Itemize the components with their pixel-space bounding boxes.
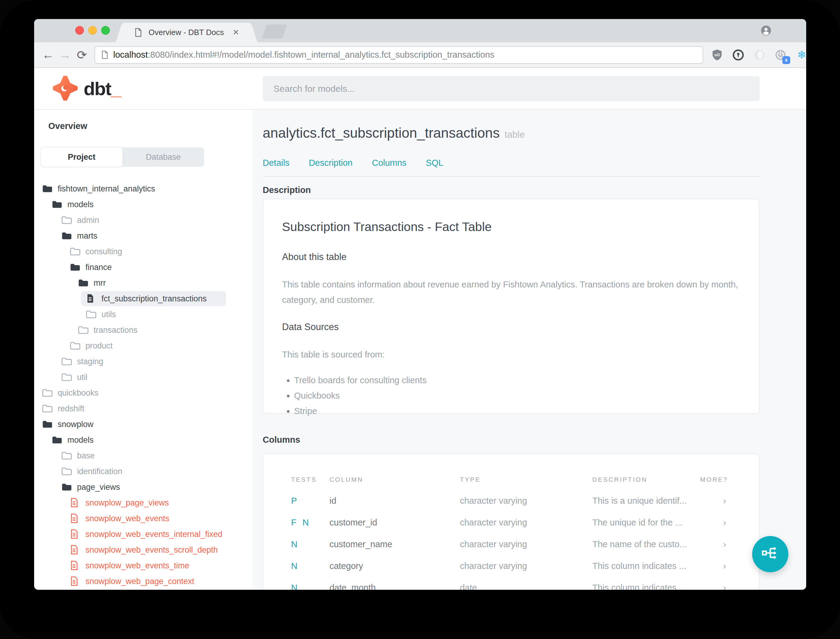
folder-open-icon (62, 483, 72, 491)
chevron-right-icon[interactable]: › (700, 490, 731, 512)
close-window-button[interactable] (75, 26, 84, 35)
onepassword-keyhole-icon[interactable] (732, 49, 744, 61)
new-tab-button[interactable] (262, 24, 287, 39)
tree-item-finance[interactable]: finance (34, 259, 252, 275)
forward-button[interactable]: → (56, 48, 73, 62)
tree-item-snowplow-web-events-scroll-depth[interactable]: snowplow_web_events_scroll_depth (34, 542, 252, 558)
folder-open-icon (52, 436, 62, 444)
folder-closed-icon (42, 389, 52, 397)
chevron-right-icon[interactable]: › (700, 512, 731, 533)
opera-ring-icon[interactable] (753, 49, 765, 61)
power-extension-icon[interactable]: x (775, 49, 786, 61)
extension-icons: uO x ❄ ⋮ (711, 49, 806, 61)
url-path: :8080/index.html#!/model/model.fishtown_… (148, 50, 494, 59)
nav-link-details[interactable]: Details (263, 158, 289, 168)
url-bar[interactable]: localhost:8080/index.html#!/model/model.… (95, 46, 703, 64)
table-row[interactable]: F N customer_id character varying The un… (291, 512, 731, 533)
lineage-graph-button[interactable] (752, 536, 788, 572)
dbt-logo-underscore: _ (111, 76, 121, 102)
tree-item-snowplow-web-events-time[interactable]: snowplow_web_events_time (34, 558, 252, 574)
tree-item-mrr[interactable]: mrr (34, 275, 252, 291)
tests-badge: N (291, 555, 329, 577)
tree-item-product[interactable]: product (34, 338, 252, 354)
column-type: character varying (460, 555, 592, 577)
table-row[interactable]: N category character varying This column… (291, 555, 731, 577)
list-item: Stripe (294, 406, 740, 416)
tree-item-models[interactable]: models (34, 197, 252, 212)
table-row[interactable]: P id character varying This is a unique … (291, 490, 731, 512)
tree-item-fishtown-internal-analytics[interactable]: fishtown_internal_analytics (34, 181, 252, 197)
chevron-right-icon[interactable]: › (700, 577, 731, 590)
tree-item-fct-subscription-transactions[interactable]: fct_subscription_transactions (34, 291, 252, 307)
folder-closed-icon (62, 451, 72, 460)
tree-item-snowplow-web-page-context[interactable]: snowplow_web_page_context (34, 574, 252, 589)
folder-closed-icon (62, 467, 72, 475)
browser-toolbar: ← → ⟳ localhost:8080/index.html#!/model/… (34, 42, 806, 68)
nav-link-description[interactable]: Description (309, 158, 353, 168)
columns-card: TESTS COLUMN TYPE DESCRIPTION MORE? P id… (263, 454, 759, 590)
ublock-shield-icon[interactable]: uO (711, 49, 723, 61)
column-type: character varying (460, 512, 592, 533)
nav-link-columns[interactable]: Columns (372, 158, 407, 168)
sidebar: Overview Project Database fishtown_inter… (34, 110, 252, 590)
col-header-type: TYPE (460, 466, 592, 490)
tree-item-quickbooks[interactable]: quickbooks (34, 385, 252, 401)
tree-item-base[interactable]: base (34, 448, 252, 464)
zoom-window-button[interactable] (101, 26, 110, 35)
tab-database[interactable]: Database (122, 147, 205, 167)
svg-text:uO: uO (715, 52, 720, 57)
list-item: Quickbooks (294, 391, 740, 401)
tree-item-snowplow-web-events[interactable]: snowplow_web_events (34, 511, 252, 526)
page-doc-icon (101, 51, 108, 59)
tree-item-marts[interactable]: marts (34, 228, 252, 244)
reload-button[interactable]: ⟳ (73, 48, 90, 62)
table-row[interactable]: N date_month date This column indicates … (291, 577, 731, 590)
tree-item-snowplow-page-views[interactable]: snowplow_page_views (34, 495, 252, 511)
folder-open-icon (42, 184, 52, 193)
sources-heading: Data Sources (282, 322, 740, 332)
column-description: This column indicates ... (592, 577, 700, 590)
tree-item-redshift[interactable]: redshift (34, 401, 252, 416)
sources-list: Trello boards for consulting clients Qui… (294, 375, 740, 416)
back-button[interactable]: ← (40, 48, 56, 62)
sidebar-view-switch: Project Database (41, 147, 204, 167)
column-name: category (329, 555, 460, 577)
tab-close-icon[interactable]: ✕ (232, 28, 239, 37)
chevron-right-icon[interactable]: › (700, 533, 731, 555)
snowflake-extension-icon[interactable]: ❄ (796, 49, 806, 61)
tree-item-util[interactable]: util (34, 369, 252, 385)
tree-item-page-views[interactable]: page_views (34, 479, 252, 495)
column-type: character varying (460, 490, 592, 512)
tree-item-staging[interactable]: staging (34, 354, 252, 369)
tree-item-identification[interactable]: identification (34, 464, 252, 479)
url-text: localhost:8080/index.html#!/model/model.… (113, 50, 494, 60)
section-divider (263, 176, 759, 176)
url-host: localhost (113, 50, 148, 59)
tab-project[interactable]: Project (41, 147, 122, 167)
tree-item-transactions[interactable]: transactions (34, 322, 252, 338)
folder-closed-icon (70, 247, 80, 256)
tree-item-utils[interactable]: utils (34, 307, 252, 322)
browser-tab[interactable]: Overview - DBT Docs ✕ (126, 23, 247, 42)
profile-avatar-icon[interactable] (761, 25, 772, 36)
tests-badge: P (291, 490, 329, 512)
columns-table: TESTS COLUMN TYPE DESCRIPTION MORE? P id… (291, 466, 731, 590)
tree-item-snowplow[interactable]: snowplow (34, 416, 252, 432)
tree-item-admin[interactable]: admin (34, 212, 252, 228)
minimize-window-button[interactable] (88, 26, 97, 35)
folder-open-icon (70, 263, 80, 272)
chevron-right-icon[interactable]: › (700, 555, 731, 577)
tree-item-consulting[interactable]: consulting (34, 244, 252, 259)
sources-intro: This table is sourced from: (282, 347, 740, 362)
column-description: This column indicates ... (592, 555, 700, 577)
sidebar-heading: Overview (48, 121, 87, 131)
tree-item-snowplow-web-events-internal-fixed[interactable]: snowplow_web_events_internal_fixed (34, 526, 252, 542)
nav-link-sql[interactable]: SQL (426, 158, 443, 168)
browser-tab-strip: Overview - DBT Docs ✕ (34, 19, 806, 42)
folder-closed-icon (62, 373, 72, 381)
model-file-icon (86, 294, 96, 304)
table-row[interactable]: N customer_name character varying The na… (291, 533, 731, 555)
search-input[interactable] (263, 76, 760, 101)
dbt-logo[interactable]: dbt_ (53, 76, 121, 102)
tree-item-snowplow-models[interactable]: models (34, 432, 252, 448)
